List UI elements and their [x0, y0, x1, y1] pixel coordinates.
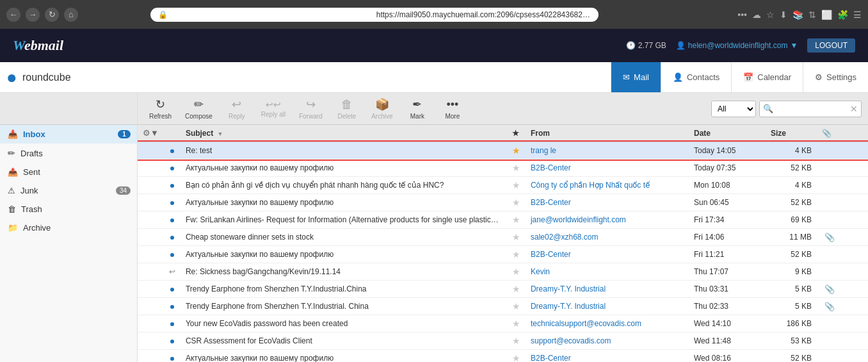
- extension-icon[interactable]: 🧩: [837, 10, 848, 20]
- from-link[interactable]: support@ecovadis.com: [531, 336, 611, 345]
- star-empty-icon[interactable]: ★: [512, 180, 520, 190]
- row-star[interactable]: ★: [507, 177, 526, 194]
- delete-button[interactable]: 🗑 Delete: [331, 95, 363, 122]
- nav-item-contacts[interactable]: 👤 Contacts: [661, 62, 731, 92]
- star-empty-icon[interactable]: ★: [512, 353, 520, 362]
- compose-button[interactable]: ✏ Compose: [180, 95, 218, 122]
- star-empty-icon[interactable]: ★: [512, 163, 520, 173]
- row-star[interactable]: ★: [507, 229, 526, 246]
- row-subject[interactable]: Актуальные закупки по вашему профилю: [181, 160, 507, 177]
- pocket-icon[interactable]: ☁: [752, 10, 761, 20]
- row-star[interactable]: ★: [507, 281, 526, 298]
- table-row[interactable]: Trendy Earphone from Shenzhen T.Y.Indust…: [138, 281, 868, 298]
- table-row[interactable]: Cheap stoneware dinner sets in stock ★ s…: [138, 229, 868, 246]
- star-empty-icon[interactable]: ★: [512, 215, 520, 225]
- chevron-down-icon[interactable]: ▼: [790, 41, 798, 50]
- from-link[interactable]: B2B-Center: [531, 198, 571, 207]
- menu-icon[interactable]: ☰: [853, 10, 862, 20]
- bookmark-icon[interactable]: ☆: [766, 10, 775, 20]
- more-button[interactable]: ••• More: [437, 95, 469, 122]
- row-star[interactable]: ★: [507, 194, 526, 211]
- back-button[interactable]: ←: [6, 8, 20, 22]
- col-header-size[interactable]: Size: [766, 125, 817, 142]
- table-row[interactable]: Актуальные закупки по вашему профилю ★ B…: [138, 160, 868, 177]
- sidebar-item-junk[interactable]: ⚠ Junk 34: [0, 181, 137, 200]
- row-star[interactable]: ★: [507, 333, 526, 350]
- subject-link[interactable]: Актуальные закупки по вашему профилю: [186, 198, 334, 207]
- row-subject[interactable]: Trendy Earphone from Shenzhen T.Y.Indust…: [181, 298, 507, 315]
- from-link[interactable]: Dreamy-T.Y. Industrial: [531, 284, 606, 293]
- subject-link[interactable]: Актуальные закупки по вашему профилю: [186, 250, 334, 259]
- table-row[interactable]: Trendy Earphone from Shenzhen T.Y.Indust…: [138, 298, 868, 315]
- row-star[interactable]: ★: [507, 350, 526, 363]
- row-star[interactable]: ★: [507, 211, 526, 229]
- subject-link[interactable]: Re: test: [186, 146, 212, 155]
- table-row[interactable]: CSR Assessment for EcoVadis Client ★ sup…: [138, 333, 868, 350]
- row-subject[interactable]: Trendy Earphone from Shenzhen T.Y.Indust…: [181, 281, 507, 298]
- forward-button[interactable]: →: [26, 8, 40, 22]
- subject-link[interactable]: Trendy Earphone from Shenzhen T.Y.Indust…: [186, 284, 367, 293]
- row-subject[interactable]: Актуальные закупки по вашему профилю: [181, 246, 507, 263]
- star-empty-icon[interactable]: ★: [512, 267, 520, 277]
- table-row[interactable]: Актуальные закупки по вашему профилю ★ B…: [138, 246, 868, 263]
- row-star[interactable]: ★: [507, 315, 526, 333]
- logout-button[interactable]: LOGOUT: [807, 38, 855, 53]
- from-link[interactable]: Dreamy-T.Y. Industrial: [531, 302, 606, 311]
- subject-link[interactable]: Актуальные закупки по вашему профилю: [186, 163, 334, 172]
- table-row[interactable]: Bạn có phản ảnh gì về dịch vụ chuyển phá…: [138, 177, 868, 194]
- more-icon[interactable]: •••: [737, 10, 747, 20]
- table-row[interactable]: Актуальные закупки по вашему профилю ★ B…: [138, 350, 868, 363]
- row-subject[interactable]: Cheap stoneware dinner sets in stock: [181, 229, 507, 246]
- star-empty-icon[interactable]: ★: [512, 249, 520, 259]
- star-empty-icon[interactable]: ★: [512, 318, 520, 329]
- from-link[interactable]: B2B-Center: [531, 163, 571, 172]
- table-row[interactable]: ↩ Re: Sickness bag/Gangchang/Kevin/19.11…: [138, 263, 868, 281]
- row-subject[interactable]: Fw: SriLankan Airlines- Request for Info…: [181, 211, 507, 229]
- row-subject[interactable]: Re: test: [181, 142, 507, 160]
- archive-button[interactable]: 📦 Archive: [366, 95, 398, 122]
- from-link[interactable]: technicalsupport@ecovadis.com: [531, 319, 641, 328]
- from-link[interactable]: jane@worldwideinflight.com: [531, 215, 626, 224]
- refresh-toolbar-button[interactable]: ↻ Refresh: [144, 95, 177, 122]
- sync-icon[interactable]: ⇅: [808, 10, 816, 20]
- row-subject[interactable]: Актуальные закупки по вашему профилю: [181, 350, 507, 363]
- subject-link[interactable]: Re: Sickness bag/Gangchang/Kevin/19.11.1…: [186, 267, 341, 276]
- star-empty-icon[interactable]: ★: [512, 336, 520, 346]
- star-empty-icon[interactable]: ★: [512, 197, 520, 208]
- row-subject[interactable]: Your new EcoVadis password has been crea…: [181, 315, 507, 333]
- from-link[interactable]: trang le: [531, 146, 556, 155]
- col-header-star[interactable]: ★: [507, 125, 526, 142]
- row-star[interactable]: ★: [507, 298, 526, 315]
- subject-link[interactable]: Your new EcoVadis password has been crea…: [186, 319, 348, 328]
- from-link[interactable]: sale02@xzh68.com: [531, 233, 599, 242]
- search-clear-icon[interactable]: ✕: [850, 104, 858, 114]
- col-header-from[interactable]: From: [526, 125, 689, 142]
- nav-item-mail[interactable]: ✉ Mail: [611, 62, 661, 92]
- table-row[interactable]: Your new EcoVadis password has been crea…: [138, 315, 868, 333]
- row-subject[interactable]: Актуальные закупки по вашему профилю: [181, 194, 507, 211]
- nav-item-settings[interactable]: ⚙ Settings: [803, 62, 868, 92]
- nav-item-calendar[interactable]: 📅 Calendar: [731, 62, 803, 92]
- mark-button[interactable]: ✒ Mark: [401, 95, 433, 122]
- table-row[interactable]: Fw: SriLankan Airlines- Request for Info…: [138, 211, 868, 229]
- row-star[interactable]: ★: [507, 263, 526, 281]
- from-link[interactable]: Công ty cổ phần Hợp Nhất quốc tế: [531, 181, 650, 190]
- sidebar-item-sent[interactable]: 📤 Sent: [0, 163, 137, 181]
- col-header-check[interactable]: [164, 125, 181, 142]
- subject-link[interactable]: CSR Assessment for EcoVadis Client: [186, 336, 312, 345]
- star-filled-icon[interactable]: ★: [512, 145, 520, 156]
- forward-button[interactable]: ↪ Forward: [294, 95, 328, 122]
- subject-link[interactable]: Актуальные закупки по вашему профилю: [186, 354, 334, 362]
- sidebar-item-trash[interactable]: 🗑 Trash: [0, 200, 137, 218]
- col-header-gear[interactable]: ⚙▼: [138, 125, 164, 142]
- reply-button[interactable]: ↩ Reply: [221, 95, 253, 122]
- table-row[interactable]: Актуальные закупки по вашему профилю ★ B…: [138, 194, 868, 211]
- sidebar-item-archive[interactable]: 📁 Archive: [0, 218, 137, 237]
- subject-link[interactable]: Fw: SriLankan Airlines- Request for Info…: [186, 215, 507, 224]
- row-star[interactable]: ★: [507, 246, 526, 263]
- star-empty-icon[interactable]: ★: [512, 284, 520, 294]
- from-link[interactable]: Kevin: [531, 267, 550, 276]
- col-header-subject[interactable]: Subject: [181, 125, 507, 142]
- column-settings-button[interactable]: ⚙▼: [143, 128, 159, 138]
- from-link[interactable]: B2B-Center: [531, 250, 571, 259]
